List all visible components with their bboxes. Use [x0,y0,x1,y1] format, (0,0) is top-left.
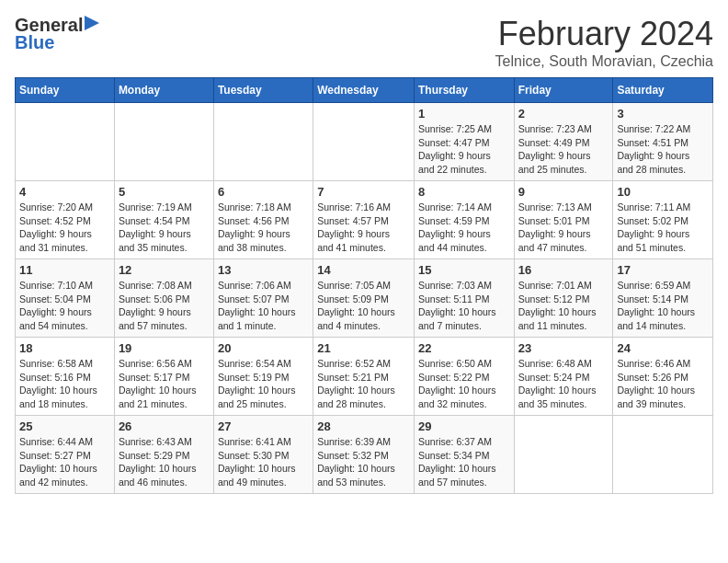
calendar-header-saturday: Saturday [613,78,713,103]
day-info: Sunrise: 7:22 AM Sunset: 4:51 PM Dayligh… [617,122,709,177]
calendar-cell: 14Sunrise: 7:05 AM Sunset: 5:09 PM Dayli… [313,259,415,338]
day-info: Sunrise: 6:59 AM Sunset: 5:14 PM Dayligh… [617,279,709,333]
calendar-week-row: 25Sunrise: 6:44 AM Sunset: 5:27 PM Dayli… [16,416,713,494]
calendar-cell [613,416,713,494]
logo: General Blue [15,15,99,53]
calendar-cell [313,103,415,181]
day-info: Sunrise: 6:50 AM Sunset: 5:22 PM Dayligh… [418,357,510,411]
day-number: 13 [218,263,309,277]
day-info: Sunrise: 6:56 AM Sunset: 5:17 PM Dayligh… [119,357,210,411]
calendar-header-row: SundayMondayTuesdayWednesdayThursdayFrid… [16,78,713,103]
day-info: Sunrise: 7:05 AM Sunset: 5:09 PM Dayligh… [317,279,410,333]
day-number: 28 [317,419,410,433]
calendar-cell [16,103,115,181]
calendar-cell: 28Sunrise: 6:39 AM Sunset: 5:32 PM Dayli… [313,416,415,494]
day-info: Sunrise: 6:43 AM Sunset: 5:29 PM Dayligh… [119,435,210,489]
calendar-cell: 19Sunrise: 6:56 AM Sunset: 5:17 PM Dayli… [114,338,213,416]
day-number: 27 [218,419,309,433]
day-info: Sunrise: 6:39 AM Sunset: 5:32 PM Dayligh… [317,435,410,489]
day-number: 20 [218,341,309,355]
calendar-cell [514,416,613,494]
calendar-week-row: 18Sunrise: 6:58 AM Sunset: 5:16 PM Dayli… [16,338,713,416]
calendar-cell: 18Sunrise: 6:58 AM Sunset: 5:16 PM Dayli… [16,338,115,416]
logo-blue-text: Blue [15,32,54,53]
day-number: 2 [518,107,609,121]
day-number: 6 [218,185,309,199]
day-number: 21 [317,341,410,355]
calendar-cell [213,103,313,181]
day-info: Sunrise: 6:48 AM Sunset: 5:24 PM Dayligh… [518,357,609,411]
calendar-header-thursday: Thursday [414,78,514,103]
calendar-cell: 13Sunrise: 7:06 AM Sunset: 5:07 PM Dayli… [213,259,313,338]
page-header: General Blue February 2024 Telnice, Sout… [15,15,713,70]
calendar-cell: 21Sunrise: 6:52 AM Sunset: 5:21 PM Dayli… [313,338,415,416]
day-number: 12 [119,263,210,277]
calendar-cell: 29Sunrise: 6:37 AM Sunset: 5:34 PM Dayli… [414,416,514,494]
calendar-cell: 22Sunrise: 6:50 AM Sunset: 5:22 PM Dayli… [414,338,514,416]
day-number: 14 [317,263,410,277]
calendar-cell: 25Sunrise: 6:44 AM Sunset: 5:27 PM Dayli… [16,416,115,494]
day-number: 16 [518,263,609,277]
day-number: 4 [19,185,110,199]
calendar-header-sunday: Sunday [16,78,115,103]
calendar-cell: 11Sunrise: 7:10 AM Sunset: 5:04 PM Dayli… [16,259,115,338]
calendar-header-friday: Friday [514,78,613,103]
day-info: Sunrise: 7:20 AM Sunset: 4:52 PM Dayligh… [19,201,110,255]
calendar-cell: 17Sunrise: 6:59 AM Sunset: 5:14 PM Dayli… [613,259,713,338]
day-info: Sunrise: 6:44 AM Sunset: 5:27 PM Dayligh… [19,435,110,489]
calendar-week-row: 11Sunrise: 7:10 AM Sunset: 5:04 PM Dayli… [16,259,713,338]
day-number: 24 [617,341,709,355]
calendar-cell: 2Sunrise: 7:23 AM Sunset: 4:49 PM Daylig… [514,103,613,181]
day-number: 22 [418,341,510,355]
day-number: 9 [518,185,609,199]
calendar-cell: 6Sunrise: 7:18 AM Sunset: 4:56 PM Daylig… [213,181,313,259]
day-number: 25 [19,419,110,433]
day-number: 3 [617,107,709,121]
day-info: Sunrise: 6:41 AM Sunset: 5:30 PM Dayligh… [218,435,309,489]
calendar-header-wednesday: Wednesday [313,78,415,103]
day-number: 1 [418,107,510,121]
calendar-header-monday: Monday [114,78,213,103]
day-number: 18 [19,341,110,355]
day-info: Sunrise: 7:06 AM Sunset: 5:07 PM Dayligh… [218,279,309,333]
calendar-cell: 3Sunrise: 7:22 AM Sunset: 4:51 PM Daylig… [613,103,713,181]
day-number: 17 [617,263,709,277]
calendar-week-row: 4Sunrise: 7:20 AM Sunset: 4:52 PM Daylig… [16,181,713,259]
calendar-cell: 12Sunrise: 7:08 AM Sunset: 5:06 PM Dayli… [114,259,213,338]
calendar-cell: 26Sunrise: 6:43 AM Sunset: 5:29 PM Dayli… [114,416,213,494]
calendar-cell: 7Sunrise: 7:16 AM Sunset: 4:57 PM Daylig… [313,181,415,259]
day-info: Sunrise: 7:18 AM Sunset: 4:56 PM Dayligh… [218,201,309,255]
calendar-cell: 5Sunrise: 7:19 AM Sunset: 4:54 PM Daylig… [114,181,213,259]
day-number: 10 [617,185,709,199]
day-info: Sunrise: 6:54 AM Sunset: 5:19 PM Dayligh… [218,357,309,411]
calendar-cell: 10Sunrise: 7:11 AM Sunset: 5:02 PM Dayli… [613,181,713,259]
day-number: 29 [418,419,510,433]
day-number: 26 [119,419,210,433]
calendar-cell: 8Sunrise: 7:14 AM Sunset: 4:59 PM Daylig… [414,181,514,259]
day-info: Sunrise: 7:25 AM Sunset: 4:47 PM Dayligh… [418,122,510,177]
calendar-cell: 15Sunrise: 7:03 AM Sunset: 5:11 PM Dayli… [414,259,514,338]
day-number: 5 [119,185,210,199]
day-info: Sunrise: 7:19 AM Sunset: 4:54 PM Dayligh… [119,201,210,255]
calendar-cell: 4Sunrise: 7:20 AM Sunset: 4:52 PM Daylig… [16,181,115,259]
day-number: 23 [518,341,609,355]
title-area: February 2024 Telnice, South Moravian, C… [495,15,713,70]
day-info: Sunrise: 6:37 AM Sunset: 5:34 PM Dayligh… [418,435,510,489]
calendar-cell: 16Sunrise: 7:01 AM Sunset: 5:12 PM Dayli… [514,259,613,338]
day-number: 7 [317,185,410,199]
calendar-cell: 9Sunrise: 7:13 AM Sunset: 5:01 PM Daylig… [514,181,613,259]
day-number: 11 [19,263,110,277]
calendar-week-row: 1Sunrise: 7:25 AM Sunset: 4:47 PM Daylig… [16,103,713,181]
calendar-cell: 27Sunrise: 6:41 AM Sunset: 5:30 PM Dayli… [213,416,313,494]
day-number: 8 [418,185,510,199]
day-info: Sunrise: 6:58 AM Sunset: 5:16 PM Dayligh… [19,357,110,411]
day-info: Sunrise: 7:14 AM Sunset: 4:59 PM Dayligh… [418,201,510,255]
day-info: Sunrise: 7:01 AM Sunset: 5:12 PM Dayligh… [518,279,609,333]
day-info: Sunrise: 7:13 AM Sunset: 5:01 PM Dayligh… [518,201,609,255]
day-info: Sunrise: 7:23 AM Sunset: 4:49 PM Dayligh… [518,122,609,177]
day-info: Sunrise: 6:46 AM Sunset: 5:26 PM Dayligh… [617,357,709,411]
calendar-cell: 1Sunrise: 7:25 AM Sunset: 4:47 PM Daylig… [414,103,514,181]
month-title: February 2024 [495,15,713,53]
location-subtitle: Telnice, South Moravian, Czechia [495,53,713,70]
calendar-cell [114,103,213,181]
